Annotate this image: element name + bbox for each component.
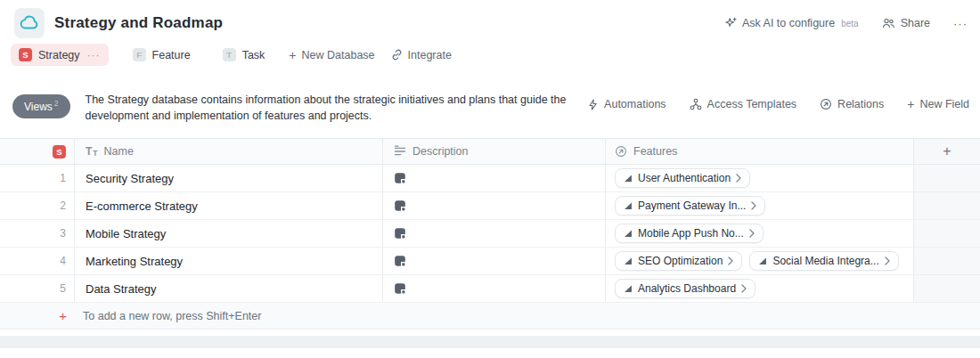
tab-strategy[interactable]: S Strategy ··· (11, 44, 109, 66)
new-database-label: New Database (302, 49, 375, 61)
views-count: 2 (54, 99, 59, 108)
new-database-button[interactable]: + New Database (289, 49, 374, 61)
column-name-label: Name (104, 145, 134, 158)
feature-chip-label: Analytics Dashboard (638, 282, 736, 295)
description-cell[interactable] (383, 165, 606, 191)
chevron-right-icon (736, 174, 741, 183)
header-more-button[interactable]: ··· (953, 17, 968, 30)
new-field-button[interactable]: + New Field (907, 98, 969, 110)
column-description-label: Description (412, 145, 469, 158)
empty-add-cell (914, 248, 980, 274)
add-row-hint-text: To add a new row, press Shift+Enter (83, 310, 261, 322)
add-column-plus-icon: + (943, 143, 951, 159)
record-triangle-icon (758, 256, 767, 265)
task-badge: T (223, 48, 236, 61)
grid-corner-cell: S (0, 139, 75, 164)
empty-add-cell (914, 165, 980, 191)
tab-feature-label: Feature (152, 49, 191, 61)
feature-chip[interactable]: SEO Optimization (615, 251, 742, 271)
people-share-icon (882, 17, 895, 29)
ask-ai-button[interactable]: Ask AI to configure beta (724, 17, 859, 29)
tab-strategy-more-button[interactable]: ··· (87, 49, 101, 61)
data-grid: S TT Name Description Features (0, 138, 980, 330)
plus-icon: + (289, 49, 296, 61)
feature-chip[interactable]: Mobile App Push No... (615, 224, 764, 243)
add-row-plus-icon: + (59, 309, 67, 322)
table-row[interactable]: 5 Data Strategy Analytics Dashboard (0, 275, 980, 303)
feature-chip[interactable]: Payment Gateway In... (615, 196, 765, 216)
column-header-features[interactable]: Features (606, 139, 914, 164)
record-triangle-icon (624, 229, 633, 238)
add-row-hint: To add a new row, press Shift+Enter (75, 303, 980, 329)
table-row[interactable]: 4 Marketing Strategy SEO Optimization So… (0, 248, 980, 275)
name-cell[interactable]: Security Strategy (75, 165, 383, 191)
add-column-button[interactable]: + (914, 139, 980, 164)
table-row[interactable]: 3 Mobile Strategy Mobile App Push No... (0, 220, 980, 248)
relations-button[interactable]: Relations (820, 98, 884, 110)
feature-chip-label: SEO Optimization (638, 255, 723, 267)
access-templates-label: Access Templates (707, 98, 797, 110)
chevron-right-icon (749, 229, 755, 238)
database-description: The Strategy database contains informati… (86, 92, 588, 124)
row-gutter: 5 (0, 275, 75, 302)
link-record-icon (615, 145, 627, 158)
access-templates-button[interactable]: Access Templates (690, 98, 797, 110)
table-row[interactable]: 1 Security Strategy User Authentication (0, 165, 980, 192)
description-cell[interactable] (383, 192, 606, 219)
record-triangle-icon (624, 201, 633, 210)
name-cell[interactable]: Mobile Strategy (75, 220, 383, 247)
row-gutter: 4 (0, 248, 75, 274)
description-cell[interactable] (383, 275, 606, 302)
share-label: Share (901, 17, 930, 29)
features-cell: Payment Gateway In... (606, 192, 914, 219)
grid-footer-strip (0, 336, 980, 348)
name-cell[interactable]: E-commerce Strategy (75, 192, 383, 219)
description-doc-icon (394, 172, 406, 184)
name-value: Mobile Strategy (86, 227, 166, 240)
tab-task[interactable]: T Task (215, 44, 274, 66)
record-triangle-icon (624, 256, 633, 265)
chevron-right-icon (751, 201, 756, 210)
ask-ai-label: Ask AI to configure (742, 17, 835, 29)
automations-button[interactable]: Automations (587, 98, 666, 110)
record-triangle-icon (624, 174, 633, 183)
plus-icon: + (907, 98, 914, 110)
feature-chip[interactable]: User Authentication (615, 168, 750, 188)
description-cell[interactable] (383, 248, 606, 274)
name-cell[interactable]: Data Strategy (75, 275, 383, 302)
description-cell[interactable] (383, 220, 606, 247)
add-row[interactable]: + To add a new row, press Shift+Enter (0, 303, 980, 330)
integrate-button[interactable]: Integrate (391, 49, 452, 61)
column-features-label: Features (633, 145, 677, 158)
column-header-description[interactable]: Description (383, 139, 606, 164)
space-icon[interactable] (14, 8, 45, 38)
tab-feature[interactable]: F Feature (125, 44, 199, 66)
page-title: Strategy and Roadmap (54, 14, 223, 32)
features-cell: SEO Optimization Social Media Integra... (606, 248, 914, 274)
name-cell[interactable]: Marketing Strategy (75, 248, 383, 274)
column-header-name[interactable]: TT Name (75, 139, 383, 164)
feature-chip[interactable]: Social Media Integra... (749, 251, 898, 271)
views-button[interactable]: Views2 (12, 94, 70, 118)
empty-add-cell (914, 275, 980, 302)
feature-chip-label: Payment Gateway In... (638, 199, 746, 212)
feature-chip[interactable]: Analytics Dashboard (615, 279, 755, 298)
table-badge: S (53, 145, 66, 159)
row-number: 2 (60, 199, 66, 212)
feature-badge: F (133, 48, 146, 61)
text-field-icon: TT (86, 146, 98, 157)
table-row[interactable]: 2 E-commerce Strategy Payment Gateway In… (0, 192, 980, 220)
header-left: Strategy and Roadmap (14, 8, 223, 38)
relation-arrow-icon (820, 98, 832, 110)
name-value: Data Strategy (86, 282, 157, 296)
tab-strategy-label: Strategy (38, 49, 80, 61)
sparkle-ai-icon (724, 17, 737, 29)
chevron-right-icon (728, 256, 733, 265)
row-number: 5 (60, 282, 66, 295)
name-value: Marketing Strategy (86, 255, 183, 268)
empty-add-cell (914, 192, 980, 219)
share-button[interactable]: Share (882, 17, 930, 29)
app-window: Strategy and Roadmap Ask AI to configure… (0, 0, 980, 358)
tab-task-label: Task (242, 49, 265, 61)
long-text-icon (394, 145, 406, 158)
